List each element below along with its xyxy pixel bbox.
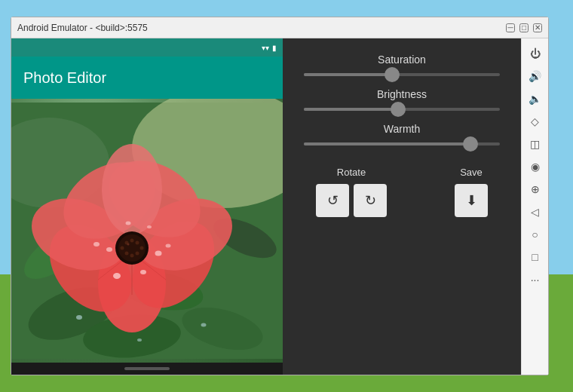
saturation-group: Saturation: [301, 54, 503, 76]
rotate-device-button[interactable]: ◇: [525, 111, 546, 132]
title-bar-text: Android Emulator - <build>:5575: [17, 23, 148, 33]
svg-point-11: [201, 323, 207, 327]
volume-up-button[interactable]: 🔊: [525, 66, 546, 87]
back-button[interactable]: ◁: [525, 201, 546, 222]
warmth-fill: [304, 142, 470, 145]
svg-point-39: [121, 247, 124, 250]
status-icons: ▾▾ ▮: [262, 44, 277, 52]
buttons-row: Rotate ↺ ↻ Save ⬇: [301, 167, 503, 217]
save-buttons: ⬇: [455, 184, 488, 217]
svg-point-35: [130, 239, 134, 243]
svg-point-29: [93, 242, 100, 247]
save-label: Save: [460, 167, 483, 178]
volume-down-button[interactable]: 🔈: [525, 88, 546, 109]
svg-point-38: [130, 254, 134, 258]
emulator-window: Android Emulator - <build>:5575 ─ □ ✕ ▾▾…: [11, 17, 549, 375]
home-button[interactable]: ○: [525, 224, 546, 245]
camera-button[interactable]: ◉: [525, 156, 546, 177]
photo-area: [11, 99, 283, 363]
brightness-fill: [304, 108, 398, 111]
svg-point-19: [102, 144, 162, 234]
home-indicator: [124, 367, 170, 370]
phone-screen: ▾▾ ▮ Photo Editor: [11, 38, 283, 375]
rotate-left-button[interactable]: ↺: [316, 184, 349, 217]
save-group: Save ⬇: [455, 167, 488, 217]
svg-point-36: [125, 252, 129, 256]
bottom-nav: [11, 363, 283, 375]
sidebar-controls: ⏻ 🔊 🔈 ◇ ◫ ◉ ⊕ ◁ ○ □ ···: [521, 38, 548, 375]
maximize-button[interactable]: □: [519, 23, 529, 32]
brightness-thumb[interactable]: [391, 102, 406, 117]
app-title: Photo Editor: [23, 69, 106, 87]
svg-point-34: [136, 241, 139, 245]
rotate-group: Rotate ↺ ↻: [316, 167, 387, 217]
svg-point-25: [106, 247, 112, 252]
power-button[interactable]: ⏻: [525, 43, 546, 64]
svg-point-26: [155, 251, 162, 256]
saturation-fill: [304, 73, 392, 76]
title-bar-controls: ─ □ ✕: [506, 23, 542, 32]
brightness-track[interactable]: [304, 108, 500, 111]
svg-point-40: [140, 247, 144, 250]
minimize-button[interactable]: ─: [506, 23, 515, 32]
rotate-label: Rotate: [337, 167, 366, 178]
brightness-label: Brightness: [301, 88, 503, 100]
zoom-button[interactable]: ⊕: [525, 179, 546, 200]
rotate-right-button[interactable]: ↻: [354, 184, 387, 217]
warmth-group: Warmth: [301, 123, 503, 145]
title-bar: Android Emulator - <build>:5575 ─ □ ✕: [11, 17, 548, 38]
more-button[interactable]: ···: [525, 269, 546, 290]
app-toolbar: Photo Editor: [11, 57, 283, 99]
svg-point-27: [126, 222, 131, 225]
close-button[interactable]: ✕: [533, 23, 542, 32]
saturation-label: Saturation: [301, 54, 503, 66]
emulator-body: ▾▾ ▮ Photo Editor: [11, 38, 548, 375]
overview-button[interactable]: □: [525, 247, 546, 268]
brightness-group: Brightness: [301, 88, 503, 111]
battery-icon: ▮: [272, 44, 277, 52]
warmth-thumb[interactable]: [463, 136, 478, 152]
status-bar: ▾▾ ▮: [11, 38, 283, 57]
saturation-thumb[interactable]: [385, 67, 400, 82]
svg-point-24: [140, 270, 146, 274]
wifi-icon: ▾▾: [262, 44, 269, 52]
flower-image: [11, 99, 283, 363]
svg-point-37: [136, 252, 139, 256]
rotate-buttons: ↺ ↻: [316, 184, 387, 217]
save-button[interactable]: ⬇: [455, 184, 488, 217]
screenshot-button[interactable]: ◫: [525, 133, 546, 155]
controls-panel: Saturation Brightness Warmth: [283, 38, 521, 375]
warmth-track[interactable]: [304, 142, 500, 145]
svg-point-9: [76, 315, 82, 320]
svg-point-30: [166, 244, 171, 248]
svg-point-28: [147, 225, 152, 228]
saturation-track[interactable]: [304, 73, 500, 76]
svg-point-41: [127, 243, 130, 246]
warmth-label: Warmth: [301, 123, 503, 135]
svg-point-23: [113, 273, 121, 279]
svg-point-10: [137, 338, 142, 341]
